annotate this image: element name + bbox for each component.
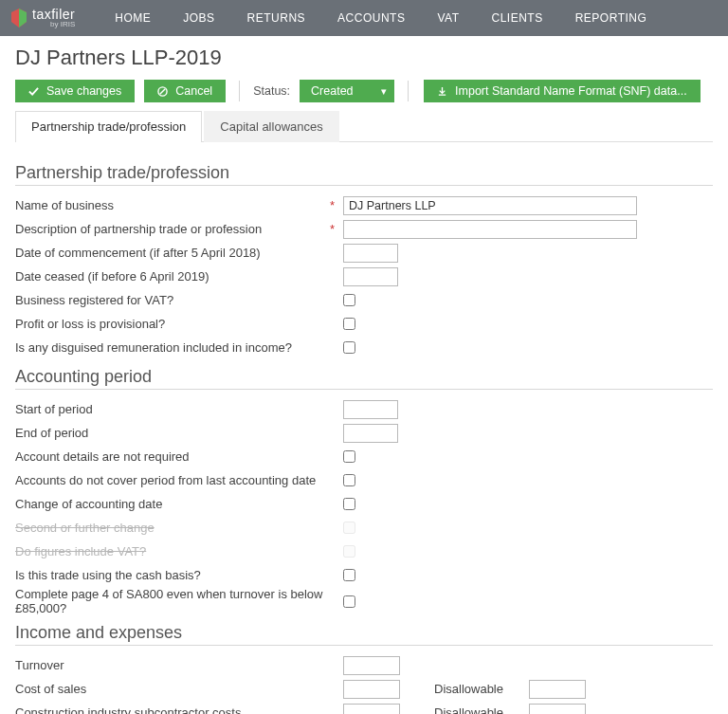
input-description[interactable] bbox=[343, 220, 637, 239]
label-change: Change of accounting date bbox=[15, 497, 330, 511]
tabs: Partnership trade/profession Capital all… bbox=[15, 110, 713, 142]
status-label: Status: bbox=[253, 84, 290, 98]
required-icon: * bbox=[330, 198, 337, 212]
checkbox-change[interactable] bbox=[343, 498, 355, 510]
svg-line-3 bbox=[160, 88, 166, 94]
cancel-label: Cancel bbox=[175, 84, 212, 98]
label-notcover: Accounts do not cover period from last a… bbox=[15, 473, 330, 487]
tab-capital-allowances[interactable]: Capital allowances bbox=[204, 111, 338, 142]
label-ceased: Date ceased (if before 6 April 2019) bbox=[15, 269, 330, 284]
input-turnover[interactable] bbox=[343, 656, 400, 675]
action-bar: Save changes Cancel Status: Created Impo… bbox=[0, 78, 728, 110]
tab-partnership-trade[interactable]: Partnership trade/profession bbox=[15, 111, 202, 142]
svg-marker-1 bbox=[19, 9, 27, 27]
brand-name: taxfiler bbox=[32, 8, 75, 21]
label-disallow-cos: Disallowable bbox=[434, 682, 529, 696]
check-icon bbox=[28, 86, 39, 97]
label-provisional: Profit or loss is provisional? bbox=[15, 317, 330, 331]
section-title-partnership: Partnership trade/profession bbox=[15, 163, 713, 183]
label-p4: Complete page 4 of SA800 even when turno… bbox=[15, 587, 330, 615]
top-navbar: taxfiler by IRIS HOME JOBS RETURNS ACCOU… bbox=[0, 0, 728, 36]
section-title-income: Income and expenses bbox=[15, 623, 713, 643]
label-description: Description of partnership trade or prof… bbox=[15, 222, 330, 236]
label-second: Second or further change bbox=[15, 521, 330, 535]
cancel-button[interactable]: Cancel bbox=[144, 80, 226, 102]
nav-items: HOME JOBS RETURNS ACCOUNTS VAT CLIENTS R… bbox=[107, 8, 654, 28]
input-name[interactable] bbox=[343, 196, 637, 215]
checkbox-disguised[interactable] bbox=[343, 341, 355, 354]
input-cis[interactable] bbox=[343, 704, 400, 715]
input-cis-dis[interactable] bbox=[529, 704, 586, 715]
nav-accounts[interactable]: ACCOUNTS bbox=[330, 8, 412, 28]
label-start: Start of period bbox=[15, 402, 330, 416]
import-button[interactable]: Import Standard Name Format (SNF) data..… bbox=[424, 80, 701, 102]
checkbox-noacct[interactable] bbox=[343, 450, 355, 463]
brand-byline: by IRIS bbox=[32, 21, 75, 28]
input-end[interactable] bbox=[343, 424, 398, 443]
save-button[interactable]: Save changes bbox=[15, 80, 135, 102]
label-cis: Construction industry subcontractor cost… bbox=[15, 705, 330, 714]
separator bbox=[239, 81, 240, 101]
logo-icon bbox=[9, 9, 28, 27]
nav-clients[interactable]: CLIENTS bbox=[484, 8, 551, 28]
nav-vat[interactable]: VAT bbox=[429, 8, 466, 28]
input-start[interactable] bbox=[343, 400, 398, 419]
input-cos-dis[interactable] bbox=[529, 680, 586, 699]
checkbox-provisional[interactable] bbox=[343, 318, 355, 330]
checkbox-vat[interactable] bbox=[343, 294, 355, 306]
label-cash: Is this trade using the cash basis? bbox=[15, 568, 330, 582]
label-cos: Cost of sales bbox=[15, 682, 330, 696]
label-turnover: Turnover bbox=[15, 658, 330, 672]
checkbox-cash[interactable] bbox=[343, 569, 355, 581]
required-icon: * bbox=[330, 222, 337, 236]
label-disguised: Is any disguised remuneration included i… bbox=[15, 340, 330, 355]
page-title: DJ Partners LLP-2019 bbox=[15, 46, 713, 70]
label-noacct: Account details are not required bbox=[15, 449, 330, 464]
nav-returns[interactable]: RETURNS bbox=[240, 8, 314, 28]
label-end: End of period bbox=[15, 426, 330, 440]
label-vat: Business registered for VAT? bbox=[15, 293, 330, 307]
label-figvat: Do figures include VAT? bbox=[15, 544, 330, 558]
label-commencement: Date of commencement (if after 5 April 2… bbox=[15, 246, 330, 260]
brand-logo[interactable]: taxfiler by IRIS bbox=[9, 8, 75, 28]
cancel-icon bbox=[157, 86, 168, 97]
import-icon bbox=[437, 86, 447, 97]
checkbox-notcover[interactable] bbox=[343, 474, 355, 486]
label-name: Name of business bbox=[15, 198, 330, 212]
separator bbox=[408, 81, 409, 101]
save-label: Save changes bbox=[46, 84, 121, 98]
section-title-accounting: Accounting period bbox=[15, 367, 713, 387]
label-disallow-cis: Disallowable bbox=[434, 705, 529, 714]
checkbox-p4[interactable] bbox=[343, 595, 355, 608]
status-select[interactable]: Created bbox=[300, 80, 394, 102]
checkbox-figvat bbox=[343, 545, 355, 558]
import-label: Import Standard Name Format (SNF) data..… bbox=[455, 84, 687, 98]
nav-home[interactable]: HOME bbox=[107, 8, 158, 28]
nav-jobs[interactable]: JOBS bbox=[175, 8, 222, 28]
input-cos[interactable] bbox=[343, 680, 400, 699]
input-ceased[interactable] bbox=[343, 267, 398, 286]
checkbox-second bbox=[343, 522, 355, 534]
nav-reporting[interactable]: REPORTING bbox=[568, 8, 655, 28]
input-commencement[interactable] bbox=[343, 244, 398, 263]
